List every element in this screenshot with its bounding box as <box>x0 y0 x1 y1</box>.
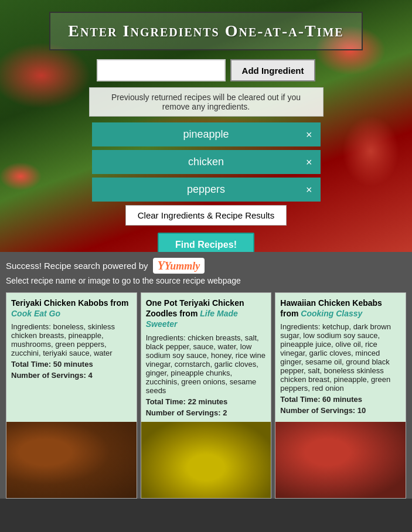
card3-servings: Number of Servings: 10 <box>280 406 401 415</box>
recipe-card-teriyaki-kabobs[interactable]: Teriyaki Chicken Kabobs from Cook Eat Go… <box>6 292 137 499</box>
powered-by-text: Success! Recipe search powered by <box>6 261 148 271</box>
card3-header: Hawaiian Chicken Kebabs from Cooking Cla… <box>275 293 406 322</box>
card1-ingredients: Ingredients: boneless, skinless chicken … <box>11 322 115 357</box>
card1-header: Teriyaki Chicken Kabobs from Cook Eat Go <box>6 293 137 322</box>
page-title: Enter Ingredients One-at-a-Time <box>68 22 343 40</box>
card2-servings: Number of Servings: 2 <box>146 408 267 417</box>
card2-ingredients: Ingredients: chicken breasts, salt, blac… <box>146 333 265 395</box>
recipe-card-zoodles[interactable]: One Pot Teriyaki Chicken Zoodles from Li… <box>141 292 272 499</box>
clear-ingredients-button[interactable]: Clear Ingredients & Recipe Results <box>125 205 287 226</box>
card3-image[interactable] <box>275 422 406 498</box>
card2-image[interactable] <box>141 422 271 498</box>
remove-peppers-button[interactable]: × <box>306 183 312 196</box>
remove-chicken-button[interactable]: × <box>306 156 312 168</box>
yummly-y-icon: Y <box>158 259 165 272</box>
ingredient-tag-peppers: peppers × <box>92 178 321 202</box>
recipe-card-hawaiian-kebabs[interactable]: Hawaiian Chicken Kebabs from Cooking Cla… <box>275 292 406 499</box>
powered-by-row: Success! Recipe search powered by YYumml… <box>6 258 406 274</box>
warning-box: Previously returned recipes will be clea… <box>89 87 324 117</box>
card1-servings: Number of Servings: 4 <box>11 371 132 380</box>
ingredient-input[interactable] <box>97 59 226 81</box>
ingredient-tag-pineapple: pineapple × <box>92 122 321 146</box>
ingredient-tag-chicken: chicken × <box>92 150 321 174</box>
card1-time: Total Time: 50 minutes <box>11 360 132 369</box>
remove-pineapple-button[interactable]: × <box>306 128 312 141</box>
card3-time: Total Time: 60 minutes <box>280 395 401 404</box>
card2-time: Total Time: 22 minutes <box>146 397 267 406</box>
card3-body: Ingredients: ketchup, dark brown sugar, … <box>275 322 406 421</box>
select-hint: Select recipe name or image to go to the… <box>6 276 406 285</box>
warning-text: Previously returned recipes will be clea… <box>111 93 301 111</box>
results-section: Success! Recipe search powered by YYumml… <box>0 252 412 499</box>
title-box: Enter Ingredients One-at-a-Time <box>49 12 362 50</box>
find-recipes-button[interactable]: Find Recipes! <box>158 233 254 252</box>
recipe-cards-row: Teriyaki Chicken Kabobs from Cook Eat Go… <box>6 292 406 499</box>
ingredient-label: pineapple <box>183 128 229 141</box>
card1-image[interactable] <box>6 422 137 498</box>
yummly-label: YYummly <box>158 259 200 272</box>
card2-header: One Pot Teriyaki Chicken Zoodles from Li… <box>141 293 271 333</box>
card2-body: Ingredients: chicken breasts, salt, blac… <box>141 333 271 422</box>
ingredient-label: peppers <box>187 183 225 196</box>
add-ingredient-button[interactable]: Add Ingredient <box>230 59 316 81</box>
ingredient-input-row: Add Ingredient <box>97 59 316 81</box>
yummly-badge: YYummly <box>153 258 205 274</box>
card3-ingredients: Ingredients: ketchup, dark brown sugar, … <box>280 322 391 393</box>
card1-body: Ingredients: boneless, skinless chicken … <box>6 322 137 421</box>
hero-section: Enter Ingredients One-at-a-Time Add Ingr… <box>0 0 412 252</box>
ingredient-label: chicken <box>188 156 224 168</box>
